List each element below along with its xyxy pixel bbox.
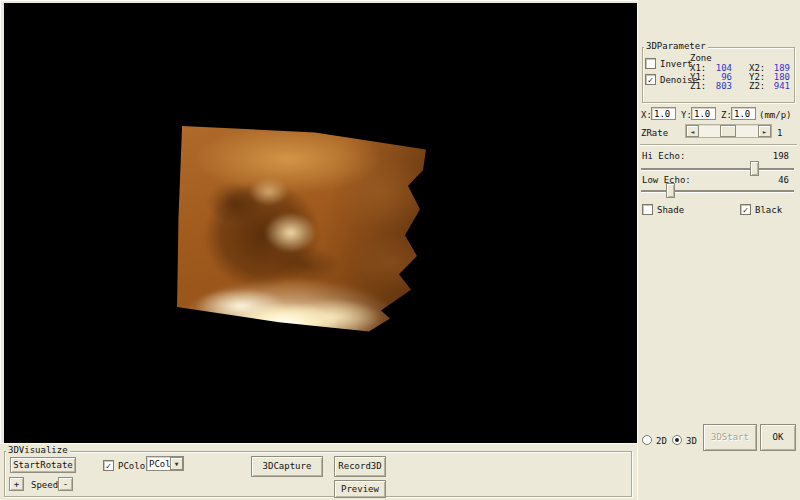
hi-echo-slider-thumb[interactable] xyxy=(750,161,759,176)
zrate-scroll-thumb[interactable] xyxy=(720,125,736,137)
zrate-scroll-right-icon[interactable]: ► xyxy=(758,125,771,137)
scale-unit-label: (mm/p) xyxy=(759,110,792,120)
low-echo-slider-track[interactable] xyxy=(641,190,794,192)
zone-z1-label: Z1: xyxy=(690,81,706,91)
black-label: Black xyxy=(755,205,782,215)
zrate-label: ZRate xyxy=(641,128,668,138)
speed-minus-button[interactable]: - xyxy=(58,477,73,491)
start-3d-button: 3DStart xyxy=(703,424,757,451)
hi-echo-slider-track[interactable] xyxy=(641,168,794,170)
ok-button[interactable]: OK xyxy=(760,424,796,451)
zone-z2-label: Z2: xyxy=(749,81,765,91)
hi-echo-label: Hi Echo: xyxy=(642,151,685,161)
zrate-value: 1 xyxy=(777,128,782,138)
parameter-panel: 3DParameter Invert ✓ Denoise Zone X1: 10… xyxy=(637,0,800,500)
mode-2d-radio[interactable] xyxy=(642,435,652,445)
start-rotate-button[interactable]: StartRotate xyxy=(10,457,76,473)
pcolor-checkbox[interactable]: ✓ xyxy=(103,460,114,471)
hi-echo-value: 198 xyxy=(763,151,789,161)
denoise-checkbox[interactable]: ✓ xyxy=(645,74,656,85)
visualize-groupbox-title: 3DVisualize xyxy=(6,446,70,455)
capture-3d-button[interactable]: 3DCapture xyxy=(251,456,323,477)
pcolor-dropdown[interactable]: PColor ▼ xyxy=(146,456,184,471)
low-echo-slider-thumb[interactable] xyxy=(666,183,675,198)
zone-z2-value: 941 xyxy=(766,81,790,91)
black-checkbox[interactable]: ✓ xyxy=(740,204,751,215)
preview-button[interactable]: Preview xyxy=(334,480,386,498)
invert-label: Invert xyxy=(660,59,693,69)
mode-2d-label: 2D xyxy=(656,436,667,446)
record-3d-button[interactable]: Record3D xyxy=(334,456,386,477)
low-echo-value: 46 xyxy=(763,175,789,185)
mode-3d-label: 3D xyxy=(686,436,697,446)
zrate-scroll-left-icon[interactable]: ◄ xyxy=(686,125,699,137)
z-scale-input[interactable] xyxy=(731,107,756,120)
shade-label: Shade xyxy=(657,205,684,215)
zone-z1-value: 803 xyxy=(708,81,732,91)
zrate-scrollbar[interactable]: ◄ ► xyxy=(685,124,772,138)
speed-plus-button[interactable]: + xyxy=(9,477,24,491)
shade-checkbox[interactable] xyxy=(642,204,653,215)
ultrasound-render xyxy=(150,100,450,360)
app-window: 3DParameter Invert ✓ Denoise Zone X1: 10… xyxy=(0,0,800,500)
ultrasound-texture xyxy=(144,94,456,366)
viewport-3d[interactable] xyxy=(4,3,637,443)
invert-checkbox[interactable] xyxy=(645,58,656,69)
visualize-panel: 3DVisualize StartRotate + Speed - ✓ PCol… xyxy=(0,443,637,500)
radio-dot xyxy=(675,438,679,442)
y-scale-input[interactable] xyxy=(691,107,716,120)
dropdown-arrow-icon[interactable]: ▼ xyxy=(170,457,183,470)
speed-label: Speed xyxy=(31,480,58,490)
mode-3d-radio[interactable] xyxy=(672,435,682,445)
x-scale-input[interactable] xyxy=(651,107,676,120)
zone-title: Zone xyxy=(690,53,712,63)
panel-separator xyxy=(640,144,797,145)
parameter-groupbox-title: 3DParameter xyxy=(644,42,708,51)
